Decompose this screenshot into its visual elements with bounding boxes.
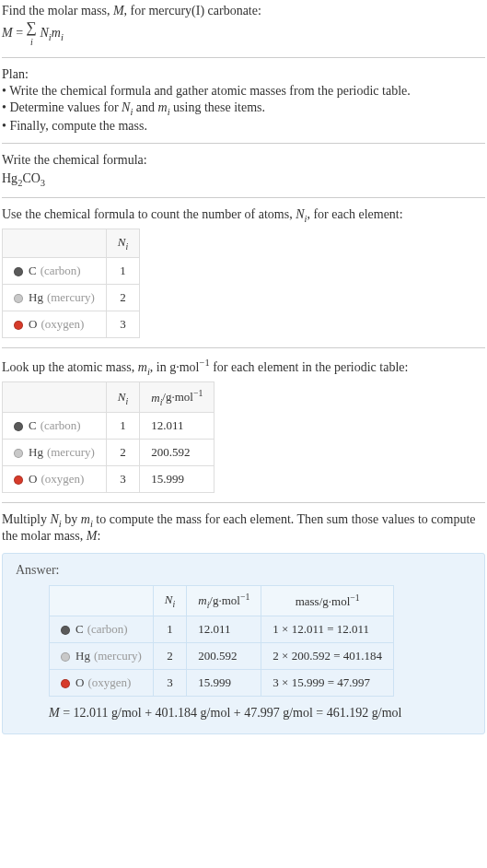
element-sym: C bbox=[29, 264, 37, 277]
col-blank bbox=[3, 229, 107, 258]
element-n: 3 bbox=[106, 311, 139, 337]
element-sym: Hg bbox=[75, 649, 90, 663]
table-row: C(carbon) 1 12.011 bbox=[3, 413, 215, 440]
element-name: (oxygen) bbox=[87, 675, 131, 689]
element-m: 15.999 bbox=[187, 670, 261, 697]
plan-item-2-N: Ni bbox=[122, 100, 133, 114]
final-M: M bbox=[49, 706, 60, 720]
plan-item-2: • Determine values for Ni and mi using t… bbox=[2, 100, 485, 117]
count-table: Ni C(carbon) 1 Hg(mercury) 2 O(oxygen) 3 bbox=[2, 229, 140, 338]
chem-co: CO bbox=[22, 171, 40, 185]
element-mass: 2 × 200.592 = 401.184 bbox=[261, 643, 394, 670]
divider bbox=[2, 347, 485, 348]
table-header-row: Ni mi/g·mol−1 bbox=[3, 382, 215, 413]
element-n: 3 bbox=[153, 670, 186, 697]
count-header: Use the chemical formula to count the nu… bbox=[2, 207, 485, 224]
divider bbox=[2, 197, 485, 198]
multiply-M: M bbox=[87, 529, 98, 543]
table-header-row: Ni bbox=[3, 229, 140, 258]
table-row: O(oxygen) 3 15.999 bbox=[3, 466, 215, 493]
element-cell: Hg(mercury) bbox=[3, 440, 107, 466]
chem-hg: Hg bbox=[2, 171, 17, 185]
table-row: Hg(mercury) 2 200.592 bbox=[3, 440, 215, 466]
element-sym: Hg bbox=[29, 445, 43, 459]
table-header-row: Ni mi/g·mol−1 mass/g·mol−1 bbox=[50, 586, 394, 616]
plan-item-3: • Finally, compute the mass. bbox=[2, 119, 485, 134]
sigma-index: i bbox=[30, 37, 33, 47]
element-m: 12.011 bbox=[140, 413, 215, 440]
multiply-pre: Multiply bbox=[2, 512, 51, 526]
table-row: O(oxygen) 3 bbox=[3, 311, 140, 337]
divider bbox=[2, 57, 485, 58]
plan-item-2-post: using these items. bbox=[170, 100, 265, 114]
lookup-section: Look up the atomic mass, mi, in g·mol−1 … bbox=[2, 358, 485, 493]
multiply-text: Multiply Ni by mi to compute the mass fo… bbox=[2, 512, 485, 544]
element-sym: O bbox=[29, 472, 37, 486]
chemical-formula-section: Write the chemical formula: Hg2CO3 bbox=[2, 153, 485, 188]
element-n: 1 bbox=[106, 257, 139, 284]
chem-header: Write the chemical formula: bbox=[2, 153, 485, 168]
count-header-pre: Use the chemical formula to count the nu… bbox=[2, 207, 296, 221]
chem-3: 3 bbox=[41, 178, 45, 188]
element-name: (carbon) bbox=[41, 418, 81, 432]
element-swatch-icon bbox=[14, 294, 23, 303]
element-sym: Hg bbox=[29, 290, 43, 304]
element-swatch-icon bbox=[14, 422, 23, 431]
element-cell: O(oxygen) bbox=[3, 466, 107, 493]
element-m: 12.011 bbox=[187, 616, 261, 643]
plan-item-2-pre: • Determine values for bbox=[2, 100, 122, 114]
final-equation: M = 12.011 g/mol + 401.184 g/mol + 47.99… bbox=[49, 706, 471, 721]
plan-item-2-m: mi bbox=[158, 100, 170, 114]
element-sym: O bbox=[75, 675, 84, 689]
element-cell: C(carbon) bbox=[3, 257, 107, 284]
col-mi: mi/g·mol−1 bbox=[187, 586, 261, 616]
answer-box: Answer: Ni mi/g·mol−1 mass/g·mol−1 C(car… bbox=[2, 553, 485, 734]
element-cell: Hg(mercury) bbox=[50, 643, 154, 670]
element-sym: O bbox=[29, 317, 37, 331]
element-cell: Hg(mercury) bbox=[3, 284, 107, 311]
lookup-header-exp: −1 bbox=[199, 358, 209, 368]
formula-M: M bbox=[2, 26, 13, 40]
element-name: (oxygen) bbox=[41, 317, 84, 331]
multiply-m: mi bbox=[81, 512, 93, 526]
multiply-post: : bbox=[97, 529, 100, 543]
molar-mass-formula: M = ∑ i Nimi bbox=[2, 20, 485, 48]
plan-section: Plan: • Write the chemical formula and g… bbox=[2, 67, 485, 134]
table-row: Hg(mercury) 2 200.592 2 × 200.592 = 401.… bbox=[50, 643, 394, 670]
count-header-post: , for each element: bbox=[307, 207, 402, 221]
element-cell: C(carbon) bbox=[3, 413, 107, 440]
intro-text: Find the molar mass, M, for mercury(I) c… bbox=[2, 4, 485, 18]
multiply-by: by bbox=[62, 512, 81, 526]
lookup-header-pre: Look up the atomic mass, bbox=[2, 360, 138, 374]
col-ni: Ni bbox=[106, 382, 139, 413]
count-header-N: Ni bbox=[296, 207, 307, 221]
count-section: Use the chemical formula to count the nu… bbox=[2, 207, 485, 338]
multiply-N: Ni bbox=[51, 512, 62, 526]
lookup-header: Look up the atomic mass, mi, in g·mol−1 … bbox=[2, 358, 485, 376]
element-cell: O(oxygen) bbox=[50, 670, 154, 697]
element-cell: O(oxygen) bbox=[3, 311, 107, 337]
table-row: C(carbon) 1 bbox=[3, 257, 140, 284]
lookup-header-post: for each element in the periodic table: bbox=[210, 360, 409, 374]
element-swatch-icon bbox=[61, 626, 70, 635]
element-swatch-icon bbox=[61, 679, 70, 688]
plan-header: Plan: bbox=[2, 67, 485, 82]
table-row: Hg(mercury) 2 bbox=[3, 284, 140, 311]
col-blank bbox=[3, 382, 107, 413]
element-name: (mercury) bbox=[47, 445, 95, 459]
element-sym: C bbox=[29, 418, 37, 432]
element-swatch-icon bbox=[14, 321, 23, 330]
element-n: 2 bbox=[153, 643, 186, 670]
col-mass: mass/g·mol−1 bbox=[261, 586, 394, 616]
element-name: (mercury) bbox=[47, 290, 95, 304]
element-swatch-icon bbox=[14, 267, 23, 276]
divider bbox=[2, 502, 485, 503]
col-blank bbox=[50, 586, 154, 616]
element-n: 3 bbox=[106, 466, 139, 493]
element-swatch-icon bbox=[14, 449, 23, 458]
col-ni: Ni bbox=[153, 586, 186, 616]
intro-line-text: Find the molar mass, M, for mercury(I) c… bbox=[2, 4, 261, 18]
element-mass: 1 × 12.011 = 12.011 bbox=[261, 616, 394, 643]
multiply-section: Multiply Ni by mi to compute the mass fo… bbox=[2, 512, 485, 544]
element-m: 200.592 bbox=[140, 440, 215, 466]
